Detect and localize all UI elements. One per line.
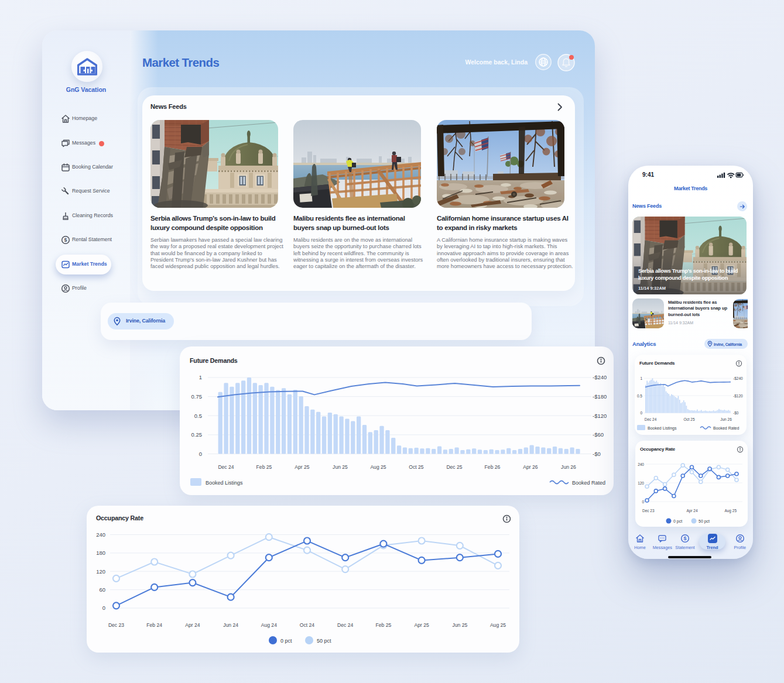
svg-text:Jun 26: Jun 26 bbox=[561, 464, 576, 470]
svg-text:Oct 25: Oct 25 bbox=[683, 417, 695, 421]
svg-text:Jun 26: Jun 26 bbox=[720, 417, 732, 421]
svg-text:Feb 25: Feb 25 bbox=[376, 622, 392, 628]
svg-text:Booked Listings: Booked Listings bbox=[648, 426, 677, 431]
svg-text:$: $ bbox=[683, 536, 686, 541]
svg-text:Booked Rated: Booked Rated bbox=[572, 480, 605, 486]
svg-text:-$120: -$120 bbox=[733, 394, 743, 398]
svg-text:Aug 25: Aug 25 bbox=[370, 464, 386, 470]
svg-text:Oct 24: Oct 24 bbox=[300, 622, 315, 628]
svg-text:Booked Listings: Booked Listings bbox=[206, 480, 243, 486]
svg-text:Apr 24: Apr 24 bbox=[686, 509, 698, 513]
svg-text:0: 0 bbox=[199, 451, 202, 457]
svg-text:0.5: 0.5 bbox=[637, 394, 642, 398]
svg-text:Feb 26: Feb 26 bbox=[485, 464, 501, 470]
svg-text:50 pct: 50 pct bbox=[699, 519, 710, 524]
svg-text:1: 1 bbox=[199, 374, 202, 380]
svg-text:Apr 25: Apr 25 bbox=[295, 464, 310, 470]
svg-text:-$180: -$180 bbox=[593, 393, 607, 400]
svg-text:Dec 24: Dec 24 bbox=[218, 464, 234, 470]
svg-text:240: 240 bbox=[96, 531, 105, 538]
svg-text:Dec 23: Dec 23 bbox=[642, 509, 655, 513]
svg-text:Booked Rated: Booked Rated bbox=[713, 426, 739, 430]
svg-text:0.25: 0.25 bbox=[191, 431, 203, 438]
svg-text:60: 60 bbox=[99, 586, 105, 593]
svg-text:120: 120 bbox=[96, 568, 105, 575]
svg-text:120: 120 bbox=[638, 481, 644, 485]
svg-text:-$240: -$240 bbox=[593, 374, 607, 380]
svg-text:-$120: -$120 bbox=[593, 413, 607, 419]
svg-text:Oct 25: Oct 25 bbox=[409, 464, 424, 470]
svg-text:Aug 25: Aug 25 bbox=[490, 622, 506, 628]
svg-text:-$0: -$0 bbox=[733, 411, 739, 415]
svg-text:240: 240 bbox=[638, 462, 644, 466]
svg-text:Jun 24: Jun 24 bbox=[223, 622, 238, 628]
svg-text:Dec 24: Dec 24 bbox=[337, 622, 353, 628]
svg-text:Apr 26: Apr 26 bbox=[523, 464, 538, 470]
svg-text:Aug 24: Aug 24 bbox=[261, 622, 277, 628]
svg-text:1: 1 bbox=[640, 376, 642, 380]
svg-text:-$0: -$0 bbox=[593, 451, 601, 457]
svg-text:0: 0 bbox=[640, 411, 642, 415]
svg-text:0: 0 bbox=[102, 605, 105, 611]
svg-text:0.5: 0.5 bbox=[194, 413, 202, 419]
svg-text:Feb 25: Feb 25 bbox=[256, 464, 272, 470]
svg-text:-$240: -$240 bbox=[733, 376, 743, 380]
svg-text:Dec 25: Dec 25 bbox=[446, 464, 462, 470]
svg-text:Apr 25: Apr 25 bbox=[414, 622, 429, 628]
svg-text:Dec 24: Dec 24 bbox=[645, 417, 657, 421]
svg-text:Jun 25: Jun 25 bbox=[452, 622, 467, 628]
svg-text:Feb 24: Feb 24 bbox=[146, 622, 162, 628]
svg-text:0.75: 0.75 bbox=[191, 393, 203, 400]
svg-text:$: $ bbox=[64, 237, 67, 243]
svg-text:Aug 25: Aug 25 bbox=[724, 509, 737, 513]
svg-text:Dec 23: Dec 23 bbox=[108, 622, 124, 628]
svg-text:Jun 25: Jun 25 bbox=[333, 464, 348, 470]
svg-text:50 pct: 50 pct bbox=[317, 638, 331, 644]
svg-text:-$60: -$60 bbox=[593, 431, 604, 438]
svg-text:Apr 24: Apr 24 bbox=[185, 622, 200, 628]
svg-text:0 pct: 0 pct bbox=[280, 638, 292, 644]
svg-text:0: 0 bbox=[642, 500, 644, 504]
svg-text:0 pct: 0 pct bbox=[673, 519, 682, 524]
svg-text:180: 180 bbox=[96, 550, 105, 556]
